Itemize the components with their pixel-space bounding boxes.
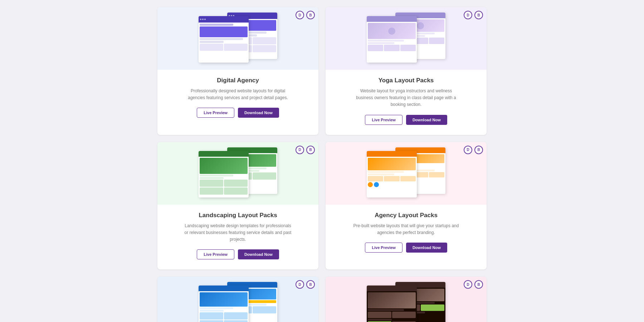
download-now-button[interactable]: Download Now xyxy=(406,115,447,125)
card-actions: Live Preview Download Now xyxy=(166,108,310,118)
screenshots xyxy=(367,280,445,322)
screenshots xyxy=(367,146,445,201)
screenshot-front xyxy=(199,286,249,322)
badge-row: D B xyxy=(296,146,315,154)
live-preview-button[interactable]: Live Preview xyxy=(365,115,402,125)
live-preview-button[interactable]: Live Preview xyxy=(365,243,402,253)
badge-d: D xyxy=(296,280,304,289)
download-now-button[interactable]: Download Now xyxy=(406,243,447,253)
card-content-yoga: Yoga Layout Packs Website layout for yog… xyxy=(326,70,487,135)
badge-b: B xyxy=(474,280,483,289)
card-agency: D B xyxy=(326,142,487,270)
badge-d: D xyxy=(464,146,472,154)
badge-d: D xyxy=(464,280,472,289)
screenshot-front xyxy=(367,16,417,63)
screenshot-front xyxy=(199,151,249,197)
badge-row: D B xyxy=(296,280,315,289)
screenshots xyxy=(199,11,277,66)
card-title: Yoga Layout Packs xyxy=(334,77,478,84)
card-title: Agency Layout Packs xyxy=(334,212,478,219)
card-actions: Live Preview Download Now xyxy=(334,115,478,125)
card-description: Professionally designed website layouts … xyxy=(184,88,292,101)
screenshots xyxy=(199,280,277,322)
card-image-handyman: D B xyxy=(157,277,318,322)
card-title: Landscaping Layout Packs xyxy=(166,212,310,219)
layout-packs-grid: D B xyxy=(157,7,487,322)
card-image-agency: D B xyxy=(326,142,487,205)
badge-row: D B xyxy=(464,146,483,154)
screenshot-front xyxy=(367,151,417,197)
download-now-button[interactable]: Download Now xyxy=(238,108,279,118)
card-content-agency: Agency Layout Packs Pre-built website la… xyxy=(326,205,487,263)
card-digital-agency: D B xyxy=(157,7,318,135)
badge-row: D B xyxy=(464,280,483,289)
badge-row: D B xyxy=(296,11,315,19)
card-title: Digital Agency xyxy=(166,77,310,84)
card-content-landscaping: Landscaping Layout Packs Landscaping web… xyxy=(157,205,318,270)
live-preview-button[interactable]: Live Preview xyxy=(197,108,234,118)
screenshots xyxy=(367,11,445,66)
live-preview-button[interactable]: Live Preview xyxy=(197,249,234,259)
card-brewery: D B xyxy=(326,277,487,322)
screenshot-front xyxy=(367,286,417,322)
card-description: Landscaping website design templates for… xyxy=(184,223,292,243)
badge-row: D B xyxy=(464,11,483,19)
download-now-button[interactable]: Download Now xyxy=(238,249,279,259)
card-actions: Live Preview Download Now xyxy=(334,243,478,253)
badge-b: B xyxy=(306,146,315,154)
badge-b: B xyxy=(474,146,483,154)
card-actions: Live Preview Download Now xyxy=(166,249,310,259)
badge-d: D xyxy=(464,11,472,19)
screenshots xyxy=(199,146,277,201)
card-image-brewery: D B xyxy=(326,277,487,322)
card-image-digital-agency: D B xyxy=(157,7,318,70)
card-yoga: D B xyxy=(326,7,487,135)
badge-b: B xyxy=(306,11,315,19)
card-image-landscaping: D B xyxy=(157,142,318,205)
card-content-digital-agency: Digital Agency Professionally designed w… xyxy=(157,70,318,128)
badge-d: D xyxy=(296,146,304,154)
card-landscaping: D B xyxy=(157,142,318,270)
badge-b: B xyxy=(306,280,315,289)
card-description: Pre-built website layouts that will give… xyxy=(352,223,460,236)
card-image-yoga: D B xyxy=(326,7,487,70)
screenshot-front xyxy=(199,16,249,63)
card-handyman: D B xyxy=(157,277,318,322)
badge-b: B xyxy=(474,11,483,19)
badge-d: D xyxy=(296,11,304,19)
card-description: Website layout for yoga instructors and … xyxy=(352,88,460,108)
